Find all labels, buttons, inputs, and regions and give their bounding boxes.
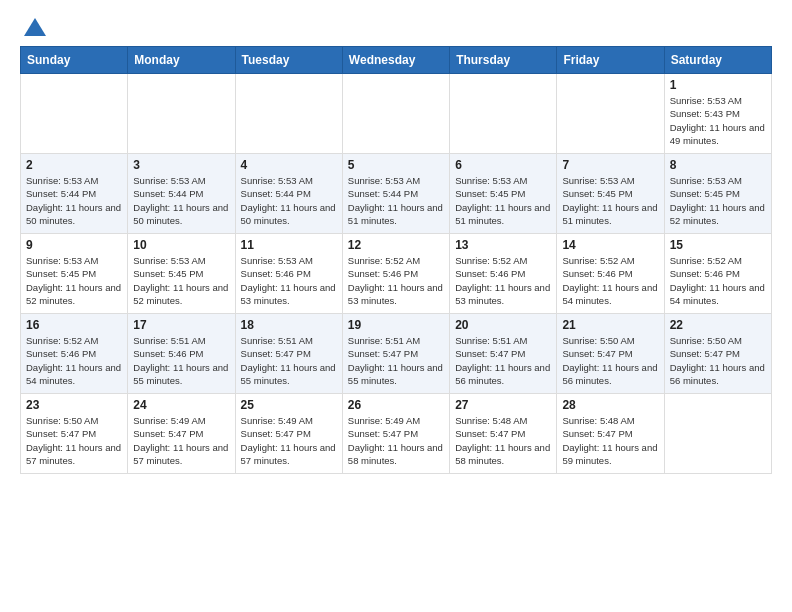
day-info: Sunrise: 5:53 AM Sunset: 5:45 PM Dayligh… bbox=[455, 174, 551, 227]
day-number: 23 bbox=[26, 398, 122, 412]
svg-marker-0 bbox=[24, 18, 46, 36]
day-info: Sunrise: 5:52 AM Sunset: 5:46 PM Dayligh… bbox=[348, 254, 444, 307]
day-info: Sunrise: 5:53 AM Sunset: 5:45 PM Dayligh… bbox=[26, 254, 122, 307]
day-number: 11 bbox=[241, 238, 337, 252]
day-info: Sunrise: 5:50 AM Sunset: 5:47 PM Dayligh… bbox=[26, 414, 122, 467]
weekday-header-sunday: Sunday bbox=[21, 47, 128, 74]
day-number: 27 bbox=[455, 398, 551, 412]
day-number: 1 bbox=[670, 78, 766, 92]
calendar-cell: 1Sunrise: 5:53 AM Sunset: 5:43 PM Daylig… bbox=[664, 74, 771, 154]
day-number: 20 bbox=[455, 318, 551, 332]
calendar-cell bbox=[557, 74, 664, 154]
day-number: 2 bbox=[26, 158, 122, 172]
day-info: Sunrise: 5:51 AM Sunset: 5:47 PM Dayligh… bbox=[241, 334, 337, 387]
day-info: Sunrise: 5:50 AM Sunset: 5:47 PM Dayligh… bbox=[670, 334, 766, 387]
day-number: 9 bbox=[26, 238, 122, 252]
calendar-cell: 14Sunrise: 5:52 AM Sunset: 5:46 PM Dayli… bbox=[557, 234, 664, 314]
calendar-week-2: 2Sunrise: 5:53 AM Sunset: 5:44 PM Daylig… bbox=[21, 154, 772, 234]
calendar-table: SundayMondayTuesdayWednesdayThursdayFrid… bbox=[20, 46, 772, 474]
calendar-cell: 19Sunrise: 5:51 AM Sunset: 5:47 PM Dayli… bbox=[342, 314, 449, 394]
day-number: 7 bbox=[562, 158, 658, 172]
day-info: Sunrise: 5:51 AM Sunset: 5:47 PM Dayligh… bbox=[348, 334, 444, 387]
calendar-cell bbox=[342, 74, 449, 154]
calendar-cell: 9Sunrise: 5:53 AM Sunset: 5:45 PM Daylig… bbox=[21, 234, 128, 314]
calendar-cell: 22Sunrise: 5:50 AM Sunset: 5:47 PM Dayli… bbox=[664, 314, 771, 394]
day-number: 28 bbox=[562, 398, 658, 412]
calendar-cell: 4Sunrise: 5:53 AM Sunset: 5:44 PM Daylig… bbox=[235, 154, 342, 234]
calendar-cell: 11Sunrise: 5:53 AM Sunset: 5:46 PM Dayli… bbox=[235, 234, 342, 314]
calendar-cell bbox=[664, 394, 771, 474]
day-number: 15 bbox=[670, 238, 766, 252]
day-info: Sunrise: 5:53 AM Sunset: 5:44 PM Dayligh… bbox=[133, 174, 229, 227]
calendar-week-3: 9Sunrise: 5:53 AM Sunset: 5:45 PM Daylig… bbox=[21, 234, 772, 314]
calendar-cell: 24Sunrise: 5:49 AM Sunset: 5:47 PM Dayli… bbox=[128, 394, 235, 474]
calendar-cell: 20Sunrise: 5:51 AM Sunset: 5:47 PM Dayli… bbox=[450, 314, 557, 394]
day-info: Sunrise: 5:49 AM Sunset: 5:47 PM Dayligh… bbox=[133, 414, 229, 467]
day-info: Sunrise: 5:52 AM Sunset: 5:46 PM Dayligh… bbox=[670, 254, 766, 307]
day-number: 6 bbox=[455, 158, 551, 172]
header bbox=[20, 16, 772, 36]
day-number: 21 bbox=[562, 318, 658, 332]
day-number: 12 bbox=[348, 238, 444, 252]
weekday-header-thursday: Thursday bbox=[450, 47, 557, 74]
calendar-cell: 8Sunrise: 5:53 AM Sunset: 5:45 PM Daylig… bbox=[664, 154, 771, 234]
weekday-header-wednesday: Wednesday bbox=[342, 47, 449, 74]
calendar-cell: 15Sunrise: 5:52 AM Sunset: 5:46 PM Dayli… bbox=[664, 234, 771, 314]
calendar-cell: 17Sunrise: 5:51 AM Sunset: 5:46 PM Dayli… bbox=[128, 314, 235, 394]
day-number: 8 bbox=[670, 158, 766, 172]
day-number: 22 bbox=[670, 318, 766, 332]
day-info: Sunrise: 5:53 AM Sunset: 5:45 PM Dayligh… bbox=[562, 174, 658, 227]
day-info: Sunrise: 5:52 AM Sunset: 5:46 PM Dayligh… bbox=[455, 254, 551, 307]
calendar-cell bbox=[450, 74, 557, 154]
calendar-cell: 25Sunrise: 5:49 AM Sunset: 5:47 PM Dayli… bbox=[235, 394, 342, 474]
day-number: 17 bbox=[133, 318, 229, 332]
day-number: 14 bbox=[562, 238, 658, 252]
day-info: Sunrise: 5:48 AM Sunset: 5:47 PM Dayligh… bbox=[455, 414, 551, 467]
logo bbox=[20, 16, 46, 36]
day-number: 3 bbox=[133, 158, 229, 172]
day-info: Sunrise: 5:51 AM Sunset: 5:47 PM Dayligh… bbox=[455, 334, 551, 387]
day-info: Sunrise: 5:50 AM Sunset: 5:47 PM Dayligh… bbox=[562, 334, 658, 387]
day-info: Sunrise: 5:52 AM Sunset: 5:46 PM Dayligh… bbox=[26, 334, 122, 387]
calendar-cell bbox=[21, 74, 128, 154]
day-info: Sunrise: 5:52 AM Sunset: 5:46 PM Dayligh… bbox=[562, 254, 658, 307]
day-number: 19 bbox=[348, 318, 444, 332]
day-number: 26 bbox=[348, 398, 444, 412]
calendar-cell: 18Sunrise: 5:51 AM Sunset: 5:47 PM Dayli… bbox=[235, 314, 342, 394]
calendar-cell: 16Sunrise: 5:52 AM Sunset: 5:46 PM Dayli… bbox=[21, 314, 128, 394]
day-info: Sunrise: 5:53 AM Sunset: 5:43 PM Dayligh… bbox=[670, 94, 766, 147]
day-number: 25 bbox=[241, 398, 337, 412]
day-info: Sunrise: 5:48 AM Sunset: 5:47 PM Dayligh… bbox=[562, 414, 658, 467]
page: SundayMondayTuesdayWednesdayThursdayFrid… bbox=[0, 0, 792, 612]
day-info: Sunrise: 5:53 AM Sunset: 5:44 PM Dayligh… bbox=[241, 174, 337, 227]
calendar-week-1: 1Sunrise: 5:53 AM Sunset: 5:43 PM Daylig… bbox=[21, 74, 772, 154]
day-number: 4 bbox=[241, 158, 337, 172]
day-info: Sunrise: 5:53 AM Sunset: 5:44 PM Dayligh… bbox=[348, 174, 444, 227]
calendar-cell: 28Sunrise: 5:48 AM Sunset: 5:47 PM Dayli… bbox=[557, 394, 664, 474]
day-info: Sunrise: 5:53 AM Sunset: 5:45 PM Dayligh… bbox=[670, 174, 766, 227]
weekday-header-saturday: Saturday bbox=[664, 47, 771, 74]
weekday-header-monday: Monday bbox=[128, 47, 235, 74]
day-number: 24 bbox=[133, 398, 229, 412]
day-info: Sunrise: 5:53 AM Sunset: 5:45 PM Dayligh… bbox=[133, 254, 229, 307]
calendar-cell: 13Sunrise: 5:52 AM Sunset: 5:46 PM Dayli… bbox=[450, 234, 557, 314]
calendar-cell: 27Sunrise: 5:48 AM Sunset: 5:47 PM Dayli… bbox=[450, 394, 557, 474]
logo-icon bbox=[24, 18, 46, 36]
calendar-cell: 6Sunrise: 5:53 AM Sunset: 5:45 PM Daylig… bbox=[450, 154, 557, 234]
calendar-cell bbox=[235, 74, 342, 154]
day-number: 16 bbox=[26, 318, 122, 332]
day-number: 10 bbox=[133, 238, 229, 252]
day-info: Sunrise: 5:49 AM Sunset: 5:47 PM Dayligh… bbox=[241, 414, 337, 467]
calendar-cell: 3Sunrise: 5:53 AM Sunset: 5:44 PM Daylig… bbox=[128, 154, 235, 234]
day-info: Sunrise: 5:53 AM Sunset: 5:46 PM Dayligh… bbox=[241, 254, 337, 307]
calendar-cell: 23Sunrise: 5:50 AM Sunset: 5:47 PM Dayli… bbox=[21, 394, 128, 474]
day-number: 13 bbox=[455, 238, 551, 252]
calendar-cell: 26Sunrise: 5:49 AM Sunset: 5:47 PM Dayli… bbox=[342, 394, 449, 474]
calendar-cell: 7Sunrise: 5:53 AM Sunset: 5:45 PM Daylig… bbox=[557, 154, 664, 234]
day-info: Sunrise: 5:49 AM Sunset: 5:47 PM Dayligh… bbox=[348, 414, 444, 467]
day-info: Sunrise: 5:53 AM Sunset: 5:44 PM Dayligh… bbox=[26, 174, 122, 227]
calendar-week-4: 16Sunrise: 5:52 AM Sunset: 5:46 PM Dayli… bbox=[21, 314, 772, 394]
day-info: Sunrise: 5:51 AM Sunset: 5:46 PM Dayligh… bbox=[133, 334, 229, 387]
calendar-header-row: SundayMondayTuesdayWednesdayThursdayFrid… bbox=[21, 47, 772, 74]
calendar-cell: 5Sunrise: 5:53 AM Sunset: 5:44 PM Daylig… bbox=[342, 154, 449, 234]
